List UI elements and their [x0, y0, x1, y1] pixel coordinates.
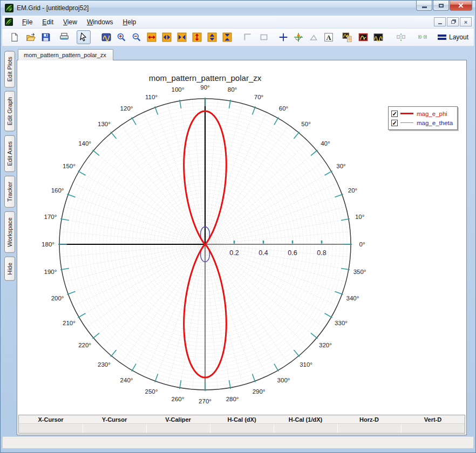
readout-value-cell — [146, 424, 210, 433]
stretch-horizontal-button[interactable] — [145, 30, 159, 44]
grid-radial-line — [206, 247, 255, 381]
menu-windows[interactable]: Windows — [82, 17, 118, 28]
rectangle-zoom-button[interactable] — [257, 30, 271, 44]
window-title: EM.Grid - [untitledproj52] — [17, 4, 89, 12]
legend-checkbox-mag_e_phi[interactable]: ✓ — [391, 111, 398, 117]
angular-label: 20° — [348, 187, 357, 194]
readout-value-cell — [274, 424, 337, 433]
shrink-vertical-button[interactable] — [220, 30, 234, 44]
main-area: Edit PlotsEdit GraphEdit AxesTrackerWork… — [2, 46, 474, 435]
angular-tick — [132, 364, 136, 372]
angular-label: 350° — [353, 269, 366, 275]
child-restore-button[interactable] — [447, 17, 459, 26]
chart-canvas[interactable]: 0.20.40.60.80°10°20°30°40°50°60°70°80°90… — [17, 60, 466, 414]
angular-label: 240° — [120, 377, 133, 383]
title-bar[interactable]: EM.Grid - [untitledproj52] ✕ — [1, 1, 475, 16]
legend-label: mag_e_theta — [417, 120, 453, 126]
select-icon — [79, 32, 89, 42]
grid-radial-line — [208, 219, 349, 244]
plot-props-icon — [342, 32, 352, 42]
zoom-in-button[interactable] — [114, 30, 128, 44]
tracker-icon — [294, 32, 303, 42]
stretch-vertical-button[interactable] — [190, 30, 204, 44]
layout-icon — [437, 33, 447, 42]
plot-properties-button[interactable] — [340, 30, 354, 44]
angular-label: 0° — [359, 241, 365, 248]
crosshair-icon — [278, 32, 288, 42]
close-button[interactable]: ✕ — [450, 1, 472, 11]
sidebar-tab-workspace[interactable]: Workspace — [4, 211, 15, 253]
sidebar-tab-edit-graph[interactable]: Edit Graph — [4, 91, 15, 132]
layout-label: Layout — [449, 33, 468, 41]
grid-radial-line — [132, 246, 204, 370]
minimize-button[interactable] — [416, 1, 432, 11]
angular-label: 170° — [44, 214, 57, 220]
menu-help[interactable]: Help — [118, 17, 141, 28]
legend-checkbox-mag_e_theta[interactable]: ✓ — [391, 120, 398, 126]
angular-label: 160° — [51, 187, 64, 194]
stretch-h-icon — [147, 32, 157, 42]
document-body: 0.20.40.60.80°10°20°30°40°50°60°70°80°90… — [17, 60, 467, 435]
grid-radial-line — [208, 195, 342, 244]
zoom-out-button[interactable] — [130, 30, 144, 44]
show-plots-button[interactable] — [371, 30, 385, 44]
angular-label: 110° — [145, 94, 158, 100]
dist-h-icon — [418, 32, 427, 42]
maximize-button[interactable] — [433, 1, 449, 11]
expand-vertical-button[interactable] — [205, 30, 219, 44]
angular-tick — [311, 150, 317, 155]
legend: ✓mag_e_phi✓mag_e_theta — [388, 106, 458, 130]
layout-button[interactable]: Layout — [437, 33, 468, 42]
new-file-button[interactable] — [8, 30, 22, 44]
readout-value-cell — [337, 424, 401, 433]
angular-label: 100° — [172, 86, 185, 93]
child-close-button[interactable]: × — [460, 17, 472, 26]
side-tab-strip: Edit PlotsEdit GraphEdit AxesTrackerWork… — [2, 46, 17, 435]
legend-entry-mag_e_phi: ✓mag_e_phi — [391, 109, 453, 118]
select-cursor-button[interactable] — [77, 30, 91, 44]
crosshair-marker-button[interactable] — [276, 30, 290, 44]
menu-view[interactable]: View — [58, 17, 82, 28]
sidebar-tab-edit-plots[interactable]: Edit Plots — [4, 51, 15, 87]
corner-axes-button[interactable] — [241, 30, 255, 44]
edit-plot-button[interactable] — [356, 30, 370, 44]
shrink-horizontal-button[interactable] — [175, 30, 189, 44]
sidebar-tab-hide[interactable]: Hide — [4, 257, 15, 281]
corner-icon — [243, 32, 253, 42]
document-tab[interactable]: mom_pattern_pattern_polar_zx — [18, 49, 113, 60]
add-text-button[interactable]: A — [322, 30, 336, 44]
readout-header: V-Caliper — [146, 415, 210, 423]
zoom-extents-button[interactable] — [99, 30, 113, 44]
grid-radial-line — [192, 247, 205, 389]
save-icon — [41, 32, 51, 42]
distribute-horizontal-button[interactable] — [416, 30, 430, 44]
angular-label: 260° — [172, 396, 185, 402]
print-button[interactable] — [57, 30, 71, 44]
grid-radial-line — [206, 112, 267, 242]
child-minimize-button[interactable] — [434, 17, 446, 26]
menu-edit[interactable]: Edit — [37, 17, 58, 28]
angular-label: 300° — [277, 377, 290, 383]
angular-tick — [78, 313, 85, 318]
sidebar-tab-tracker[interactable]: Tracker — [4, 176, 15, 208]
curve-tracker-button[interactable] — [291, 30, 305, 44]
grid-radial-line — [207, 125, 289, 242]
grid-radial-line — [144, 247, 204, 376]
sidebar-tab-edit-axes[interactable]: Edit Axes — [4, 135, 15, 172]
expand-horizontal-button[interactable] — [160, 30, 174, 44]
angular-label: 120° — [120, 105, 133, 112]
angular-tick — [93, 150, 99, 155]
readout-value-cell — [19, 424, 83, 433]
angular-label: 50° — [301, 121, 310, 127]
open-file-button[interactable] — [24, 30, 38, 44]
menu-file[interactable]: File — [17, 17, 37, 28]
distribute-vertical-button[interactable] — [394, 30, 408, 44]
angular-tick — [253, 106, 256, 114]
grid-radial-line — [207, 246, 324, 328]
grid-radial-line — [102, 246, 203, 347]
legend-label: mag_e_phi — [417, 111, 447, 117]
grid-radial-line — [86, 246, 203, 328]
slope-marker-button[interactable] — [307, 30, 321, 44]
readout-header: Horz-D — [337, 415, 401, 423]
save-file-button[interactable] — [39, 30, 53, 44]
